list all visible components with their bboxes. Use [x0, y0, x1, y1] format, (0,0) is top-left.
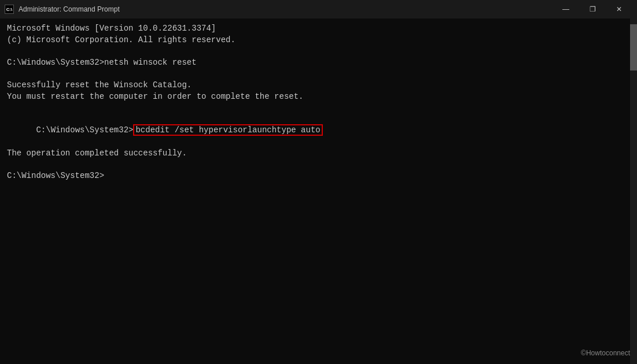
scrollbar-thumb[interactable] — [630, 24, 637, 70]
console-line-11 — [7, 159, 630, 170]
console-line-2: (c) Microsoft Corporation. All rights re… — [7, 35, 630, 46]
console-line-9: C:\Windows\System32>bcdedit /set hypervi… — [7, 114, 630, 148]
cmd-window: C:\ Administrator: Command Prompt — ❐ ✕ … — [0, 0, 637, 364]
watermark: ©Howtoconnect — [581, 348, 630, 358]
console-line-8 — [7, 102, 630, 114]
minimize-button[interactable]: — — [553, 0, 579, 18]
cmd-app-icon: C:\ — [5, 5, 14, 14]
console-line-5 — [7, 68, 630, 80]
close-button[interactable]: ✕ — [606, 0, 632, 18]
title-bar: C:\ Administrator: Command Prompt — ❐ ✕ — [0, 0, 637, 18]
title-bar-left: C:\ Administrator: Command Prompt — [5, 5, 120, 14]
scrollbar[interactable] — [630, 18, 637, 364]
console-area[interactable]: Microsoft Windows [Version 10.0.22631.33… — [0, 18, 637, 364]
window-title: Administrator: Command Prompt — [19, 5, 120, 13]
window-controls: — ❐ ✕ — [553, 0, 632, 18]
console-line-1: Microsoft Windows [Version 10.0.22631.33… — [7, 23, 630, 35]
console-line-6: Sucessfully reset the Winsock Catalog. — [7, 80, 630, 91]
console-line-12: C:\Windows\System32> — [7, 170, 630, 182]
console-line-7: You must restart the computer in order t… — [7, 91, 630, 103]
console-line-10: The operation completed successfully. — [7, 148, 630, 159]
console-line-3 — [7, 46, 630, 57]
console-line-4: C:\Windows\System32>netsh winsock reset — [7, 57, 630, 69]
highlighted-command: bcdedit /set hypervisorlaunchtype auto — [133, 124, 322, 136]
cmd-icon-graphic: C:\ — [5, 5, 14, 14]
prompt-9: C:\Windows\System32> — [36, 125, 133, 135]
restore-button[interactable]: ❐ — [579, 0, 606, 18]
